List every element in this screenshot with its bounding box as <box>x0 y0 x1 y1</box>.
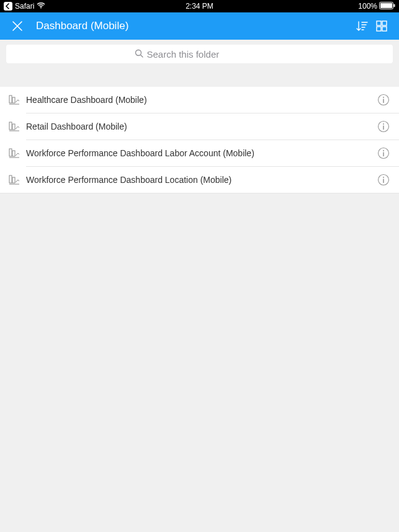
status-left: Safari <box>4 2 45 11</box>
svg-rect-22 <box>12 177 15 183</box>
svg-point-0 <box>40 7 42 9</box>
back-to-app-button[interactable] <box>4 2 12 11</box>
dashboard-icon <box>9 94 20 105</box>
info-icon <box>377 147 390 159</box>
dashboard-icon <box>9 148 20 159</box>
search-box[interactable] <box>6 45 393 63</box>
wifi-icon <box>37 2 45 11</box>
list-item[interactable]: Workforce Performance Dashboard Location… <box>0 167 399 193</box>
list-item[interactable]: Workforce Performance Dashboard Labor Ac… <box>0 140 399 166</box>
info-icon <box>377 174 390 186</box>
list-item-label: Workforce Performance Dashboard Labor Ac… <box>26 148 377 158</box>
section-gap <box>0 68 399 87</box>
svg-rect-10 <box>12 97 15 103</box>
grid-view-button[interactable] <box>372 16 392 36</box>
svg-rect-3 <box>394 4 395 7</box>
page-title: Dashboard (Mobile) <box>36 20 352 32</box>
battery-percent: 100% <box>358 2 377 11</box>
dashboard-icon <box>9 121 20 132</box>
list-item[interactable]: Healthcare Dashboard (Mobile) <box>0 87 399 113</box>
search-input[interactable] <box>147 49 265 60</box>
info-icon <box>377 120 390 133</box>
sort-button[interactable] <box>352 16 372 36</box>
search-container <box>0 40 399 68</box>
svg-rect-7 <box>382 27 387 31</box>
svg-rect-9 <box>9 95 12 103</box>
sort-icon <box>355 19 369 33</box>
close-button[interactable] <box>7 16 27 36</box>
chevron-left-icon <box>5 3 11 9</box>
status-time: 2:34 PM <box>186 2 213 11</box>
info-button[interactable] <box>377 146 390 160</box>
svg-rect-13 <box>9 122 12 130</box>
list-item-label: Workforce Performance Dashboard Location… <box>26 175 377 185</box>
svg-rect-21 <box>9 175 12 183</box>
svg-point-20 <box>383 150 384 151</box>
list-item-label: Retail Dashboard (Mobile) <box>26 122 377 131</box>
svg-point-16 <box>383 123 384 125</box>
status-right: 100% <box>358 2 395 11</box>
svg-point-12 <box>383 97 384 98</box>
svg-rect-2 <box>380 3 392 8</box>
svg-rect-5 <box>382 21 387 25</box>
nav-bar: Dashboard (Mobile) <box>0 12 399 40</box>
status-bar: Safari 2:34 PM 100% <box>0 0 399 12</box>
list-item[interactable]: Retail Dashboard (Mobile) <box>0 113 399 140</box>
grid-icon <box>375 20 388 32</box>
battery-icon <box>379 2 395 11</box>
svg-point-24 <box>383 177 384 178</box>
dashboard-icon <box>9 174 20 185</box>
dashboard-list: Healthcare Dashboard (Mobile) Retail Das… <box>0 87 399 193</box>
info-button[interactable] <box>377 120 390 133</box>
svg-rect-18 <box>12 151 15 156</box>
info-icon <box>377 94 390 106</box>
search-icon <box>135 49 143 60</box>
info-button[interactable] <box>377 173 390 187</box>
list-item-label: Healthcare Dashboard (Mobile) <box>26 95 377 105</box>
info-button[interactable] <box>377 93 390 107</box>
close-icon <box>11 20 24 32</box>
svg-rect-17 <box>9 149 12 156</box>
svg-rect-14 <box>12 124 15 130</box>
svg-rect-4 <box>377 21 381 25</box>
back-to-app-label: Safari <box>15 2 34 11</box>
svg-rect-6 <box>377 27 381 31</box>
